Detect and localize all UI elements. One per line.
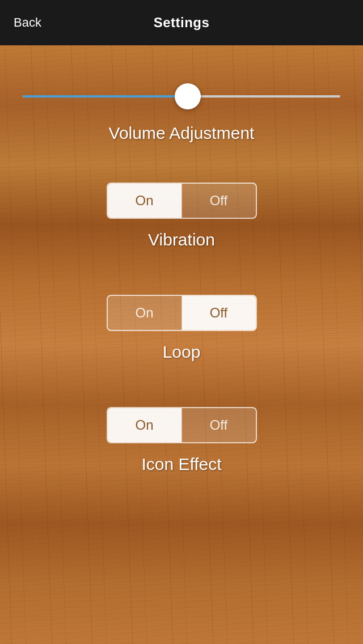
loop-off-button[interactable]: Off [182,296,256,330]
icon-effect-toggle-group: On Off [107,407,257,443]
icon-effect-off-button[interactable]: Off [182,408,256,442]
vibration-section: On Off Vibration [17,183,346,249]
volume-slider-container [23,79,340,113]
slider-thumb[interactable] [175,83,201,109]
vibration-label: Vibration [148,230,215,249]
loop-on-button[interactable]: On [108,296,182,330]
navigation-bar: Back Settings [0,0,363,45]
main-content: Volume Adjustment On Off Vibration On Of… [0,45,363,644]
loop-toggle-group: On Off [107,295,257,331]
back-button[interactable]: Back [14,15,41,30]
loop-label: Loop [163,342,201,362]
vibration-off-button[interactable]: Off [182,184,256,218]
page-title: Settings [154,15,210,31]
icon-effect-label: Icon Effect [141,455,221,474]
volume-label: Volume Adjustment [109,124,255,143]
vibration-on-button[interactable]: On [108,184,182,218]
slider-fill [23,95,188,98]
vibration-toggle-group: On Off [107,183,257,219]
icon-effect-section: On Off Icon Effect [17,407,346,474]
volume-section: Volume Adjustment [17,79,346,143]
loop-section: On Off Loop [17,295,346,362]
icon-effect-on-button[interactable]: On [108,408,182,442]
